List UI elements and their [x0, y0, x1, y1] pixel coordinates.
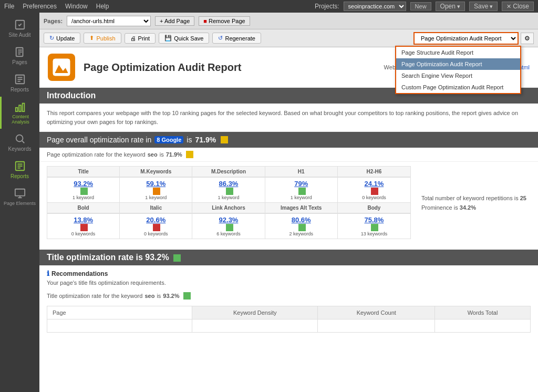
title-section-header: Title optimization rate is 93.2%	[39, 250, 538, 265]
sidebar-item-page-elements[interactable]: Page Elements	[0, 183, 39, 210]
metric-cell-images-alt: 80.6% 2 keywords	[265, 214, 338, 239]
metrics-values-row1: 93.2% 1 keyword 59.1% 1 keyword 86.3%	[47, 177, 411, 202]
italic-rate-link[interactable]: 20.6%	[121, 216, 191, 224]
metric-header-body: Body	[338, 203, 410, 213]
close-button[interactable]: ✕ Close	[502, 2, 534, 11]
title-rate-indicator	[173, 254, 181, 262]
metric-header-images-alt: Images Alt Texts	[265, 203, 338, 213]
project-selector[interactable]: seoinpractice.com	[344, 2, 406, 11]
svg-rect-11	[23, 104, 25, 112]
regenerate-button[interactable]: ↺ Regenerate	[212, 33, 261, 44]
link-anchors-rate-link[interactable]: 92.3%	[193, 216, 263, 224]
dropdown-item-3[interactable]: Custom Page Optimization Audit Report	[396, 81, 520, 93]
metric-cell-bold: 13.8% 0 keywords	[47, 214, 120, 239]
sidebar-item-label: Keywords	[8, 146, 32, 152]
quick-save-button[interactable]: 💾 Quick Save	[159, 33, 209, 44]
sidebar-item-content-analysis[interactable]: Content Analysis	[0, 97, 39, 129]
metric-cell-title: 93.2% 1 keyword	[47, 178, 120, 202]
sidebar-item-label: Site Audit	[8, 32, 30, 38]
prominence: Prominence is 34.2%	[421, 204, 526, 211]
sidebar-item-label: Pages	[12, 59, 27, 65]
metric-cell-h1: 79% 1 keyword	[265, 178, 338, 202]
table-cell-count	[318, 319, 435, 333]
bottom-table: Page Keyword Density Keyword Count Words…	[47, 306, 531, 333]
menu-help[interactable]: Help	[96, 3, 109, 10]
title-rate-link[interactable]: 93.2%	[48, 180, 118, 188]
sidebar-item-pages[interactable]: Pages	[0, 42, 39, 69]
mdescription-indicator	[226, 188, 233, 195]
sidebar-item-reports-bottom[interactable]: Reports	[0, 156, 39, 183]
summary-suffix: is	[160, 151, 164, 158]
metric-header-mdescription: M.Description	[192, 167, 265, 177]
regenerate-icon: ↺	[218, 35, 223, 42]
menu-window[interactable]: Window	[65, 3, 88, 10]
metric-header-link-anchors: Link Anchors	[192, 203, 265, 213]
metrics-area: Title M.Keywords M.Description H1 H2-H6 …	[39, 162, 538, 243]
table-header-page: Page	[47, 306, 192, 319]
remove-page-button[interactable]: ■ Remove Page	[199, 16, 250, 26]
report-title: Page Optimization Audit Report	[84, 61, 241, 74]
table-cell-page	[47, 319, 192, 333]
title-rate-row: Title optimization rate for the keyword …	[39, 290, 538, 304]
publish-button[interactable]: ⬆ Publish	[84, 33, 121, 44]
italic-indicator	[153, 224, 160, 231]
body-rate-link[interactable]: 75.8%	[339, 216, 409, 224]
gear-button[interactable]: ⚙	[521, 33, 534, 44]
sidebar-item-reports-top[interactable]: Reports	[0, 69, 39, 97]
metric-cell-body: 75.8% 13 keywords	[338, 214, 410, 239]
h1-rate-link[interactable]: 79%	[266, 180, 336, 188]
images-alt-rate-link[interactable]: 80.6%	[266, 216, 336, 224]
menu-file[interactable]: File	[4, 3, 14, 10]
save-icon: 💾	[164, 35, 172, 42]
metric-cell-italic: 20.6% 0 keywords	[120, 214, 192, 239]
title-indicator	[80, 188, 88, 195]
sidebar-item-label: Reports	[11, 173, 29, 179]
update-button[interactable]: ↻ Update	[44, 33, 80, 44]
h2h6-rate-link[interactable]: 24.1%	[339, 180, 409, 188]
pages-toolbar: Pages: /anchor-urls.html + Add Page ■ Re…	[39, 13, 538, 29]
dropdown-item-2[interactable]: Search Engine View Report	[396, 70, 520, 81]
metric-header-h2h6: H2-H6	[338, 167, 410, 177]
keyword-text: seo	[148, 151, 158, 158]
metrics-values-row2: 13.8% 0 keywords 20.6% 0 keywords 92.3%	[47, 213, 411, 239]
dropdown-item-0[interactable]: Page Structure Audit Report	[396, 47, 520, 58]
sidebar: Site Audit Pages Reports	[0, 13, 39, 392]
dropdown-item-1[interactable]: Page Optimization Audit Report	[396, 58, 520, 70]
report-selector-wrapper: Page Optimization Audit Report ⚙ Page St…	[413, 32, 534, 45]
menu-preferences[interactable]: Preferences	[23, 3, 57, 10]
mdescription-rate-link[interactable]: 86.3%	[193, 180, 263, 188]
summary-rate-indicator	[186, 151, 193, 158]
page-selector[interactable]: /anchor-urls.html	[67, 16, 151, 26]
h1-indicator	[298, 188, 306, 195]
svg-rect-18	[15, 189, 24, 196]
add-page-button[interactable]: + Add Page	[155, 16, 194, 26]
rec-header: ℹ Recommendations	[47, 270, 531, 277]
intro-text: This report compares your webpage with t…	[39, 104, 538, 132]
sidebar-item-site-audit[interactable]: Site Audit	[0, 15, 39, 42]
report-type-selector[interactable]: Page Optimization Audit Report	[413, 32, 519, 45]
svg-rect-10	[19, 105, 21, 111]
body-indicator	[371, 224, 378, 231]
header-suffix: is	[187, 136, 192, 144]
new-button[interactable]: New	[410, 2, 431, 11]
open-button[interactable]: Open ▾	[436, 2, 465, 11]
mkeywords-rate-link[interactable]: 59.1%	[121, 180, 191, 188]
report-title-block: Page Optimization Audit Report	[84, 61, 241, 74]
report-dropdown-menu: Page Structure Audit Report Page Optimiz…	[395, 46, 521, 94]
update-icon: ↻	[49, 35, 54, 42]
images-alt-indicator	[298, 224, 306, 231]
metric-cell-link-anchors: 92.3% 6 keywords	[192, 214, 265, 239]
rate-color-indicator	[221, 136, 228, 143]
bottom-table-wrapper: Page Keyword Density Keyword Count Words…	[39, 306, 538, 338]
svg-rect-9	[16, 108, 18, 111]
sidebar-item-keywords[interactable]: Keywords	[0, 129, 39, 156]
print-button[interactable]: 🖨 Print	[125, 33, 156, 44]
recommendations-block: ℹ Recommendations Your page's title fits…	[39, 265, 538, 290]
title-rate-row-indicator	[183, 292, 191, 300]
bold-rate-link[interactable]: 13.8%	[48, 216, 118, 224]
save-button[interactable]: Save ▾	[469, 2, 498, 11]
rec-text: Your page's title fits optimization requ…	[47, 280, 531, 286]
metric-header-title: Title	[47, 167, 120, 177]
table-cell-density	[192, 319, 318, 333]
metric-header-h1: H1	[265, 167, 338, 177]
